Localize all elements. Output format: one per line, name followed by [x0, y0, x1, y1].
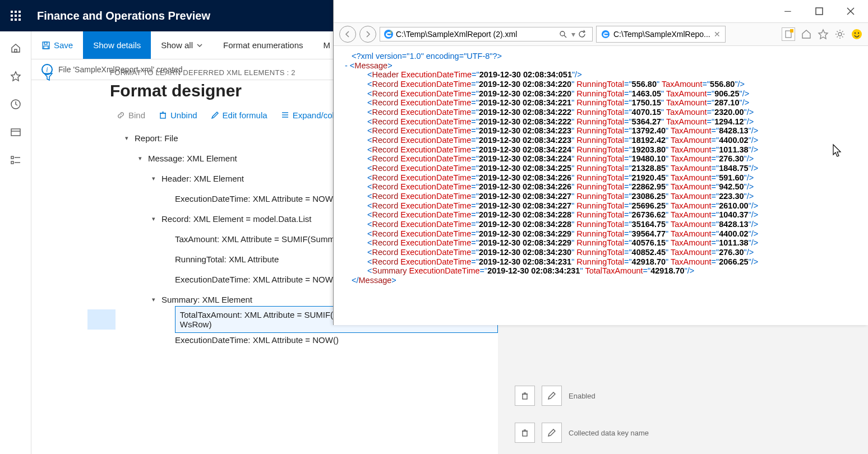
save-button[interactable]: Save: [31, 31, 83, 59]
unbind-button[interactable]: Unbind: [159, 110, 197, 120]
format-enumerations-button[interactable]: Format enumerations: [213, 31, 313, 59]
arrow-right-icon: [364, 30, 372, 38]
tree-caret-icon[interactable]: [149, 296, 158, 303]
svg-point-37: [852, 29, 862, 39]
trash-icon: [520, 391, 529, 400]
svg-point-38: [855, 33, 856, 34]
xml-content[interactable]: <?xml version="1.0" encoding="UTF-8"?>-<…: [334, 46, 868, 325]
svg-marker-6: [11, 72, 20, 81]
tree-node-label: ExecutionDateTime: XML Attribute = NOW(): [175, 194, 339, 203]
enabled-label: Enabled: [569, 392, 595, 400]
star-icon[interactable]: [10, 71, 21, 82]
svg-rect-8: [11, 129, 20, 136]
url-text: C:\Temp\SampleXmlReport (2).xml: [396, 30, 559, 39]
svg-rect-21: [523, 394, 527, 399]
svg-point-30: [384, 30, 393, 39]
chevron-down-icon: [196, 42, 203, 49]
svg-rect-3: [44, 42, 47, 44]
trash-icon: [159, 111, 167, 119]
new-tab-button[interactable]: [782, 27, 795, 41]
save-icon: [41, 41, 50, 50]
favorites-icon[interactable]: [818, 29, 829, 40]
tree-node-label: Header: XML Element: [161, 174, 244, 183]
tab-close-icon[interactable]: ✕: [714, 30, 721, 39]
page-icon: [785, 30, 792, 38]
collected-edit-button[interactable]: [542, 423, 562, 443]
arrow-left-icon: [344, 30, 352, 38]
workspace-icon[interactable]: [10, 127, 21, 138]
tree-node-label: ExecutionDateTime: XML Attribute = NOW(): [175, 275, 339, 284]
properties-panel: Enabled Collected data key name: [498, 324, 868, 454]
search-icon[interactable]: [559, 30, 567, 38]
show-all-button[interactable]: Show all: [151, 31, 213, 59]
list-icon: [281, 111, 289, 119]
back-button[interactable]: [339, 26, 356, 43]
nav-rail: [0, 31, 31, 454]
home-icon[interactable]: [10, 43, 21, 54]
svg-marker-14: [44, 73, 52, 80]
svg-rect-24: [523, 431, 527, 436]
home-icon[interactable]: [801, 29, 812, 40]
tree-node-label: TaxAmount: XML Attribute = SUMIF(Summing…: [175, 234, 358, 244]
svg-rect-5: [15, 49, 17, 52]
svg-rect-4: [44, 46, 48, 49]
maximize-button[interactable]: [813, 5, 825, 17]
waffle-icon: [11, 11, 21, 21]
ie-icon: [601, 30, 610, 39]
svg-rect-27: [816, 8, 823, 15]
svg-rect-15: [160, 113, 165, 118]
funnel-icon: [43, 72, 53, 82]
pencil-icon: [211, 111, 219, 119]
tree-caret-icon[interactable]: [136, 155, 145, 162]
collected-label: Collected data key name: [569, 429, 649, 437]
svg-marker-35: [819, 30, 828, 39]
link-icon: [117, 111, 125, 119]
browser-tab[interactable]: C:\Temp\SampleXmlRepo... ✕: [596, 26, 726, 43]
app-launcher-button[interactable]: [0, 11, 31, 21]
close-button[interactable]: [844, 5, 857, 17]
trash-icon: [520, 428, 529, 437]
svg-point-39: [858, 33, 859, 34]
svg-rect-11: [11, 161, 13, 164]
address-bar[interactable]: C:\Temp\SampleXmlReport (2).xml ▾: [380, 27, 593, 41]
minimize-button[interactable]: ─: [782, 5, 794, 17]
svg-line-32: [564, 35, 566, 38]
modules-icon[interactable]: [10, 155, 21, 166]
tree-caret-icon[interactable]: [149, 215, 158, 223]
collected-delete-button[interactable]: [515, 423, 535, 443]
smiley-icon[interactable]: [851, 29, 862, 40]
show-details-tab[interactable]: Show details: [83, 31, 151, 59]
ie-window: ─ C:\Temp\SampleXmlReport (2).xml ▾ C:\T…: [333, 0, 868, 325]
svg-point-36: [838, 33, 842, 36]
ie-icon: [384, 29, 394, 39]
app-title: Finance and Operations Preview: [37, 10, 210, 22]
svg-rect-34: [786, 31, 791, 38]
pencil-icon: [547, 428, 556, 437]
tree-node-label: Summary: XML Element: [161, 295, 252, 304]
tools-icon[interactable]: [834, 29, 846, 40]
tree-node-label: Report: File: [135, 133, 178, 143]
edit-formula-button[interactable]: Edit formula: [211, 110, 267, 120]
filter-button[interactable]: [31, 65, 65, 350]
window-titlebar: ─: [334, 0, 868, 22]
enabled-delete-button[interactable]: [515, 386, 535, 406]
ie-nav-bar: C:\Temp\SampleXmlReport (2).xml ▾ C:\Tem…: [334, 22, 868, 46]
tree-caret-icon[interactable]: [149, 175, 158, 182]
tab-title: C:\Temp\SampleXmlRepo...: [613, 30, 710, 39]
tree-node-label: RunningTotal: XML Attribute: [175, 254, 279, 264]
svg-point-33: [602, 30, 610, 38]
tree-node-label: ExecutionDateTime: XML Attribute = NOW(): [175, 335, 339, 345]
enabled-edit-button[interactable]: [542, 386, 562, 406]
clock-icon[interactable]: [10, 99, 21, 110]
tree-node-label: Record: XML Element = model.Data.List: [161, 214, 311, 224]
dropdown-icon[interactable]: ▾: [571, 30, 575, 39]
refresh-icon[interactable]: [578, 30, 587, 39]
forward-button[interactable]: [359, 26, 376, 43]
bind-button[interactable]: Bind: [117, 110, 145, 120]
tree-caret-icon[interactable]: [122, 135, 131, 142]
tree-node-label: Message: XML Element: [148, 154, 237, 163]
svg-rect-10: [11, 156, 13, 159]
svg-point-31: [560, 31, 565, 36]
pencil-icon: [547, 391, 556, 400]
